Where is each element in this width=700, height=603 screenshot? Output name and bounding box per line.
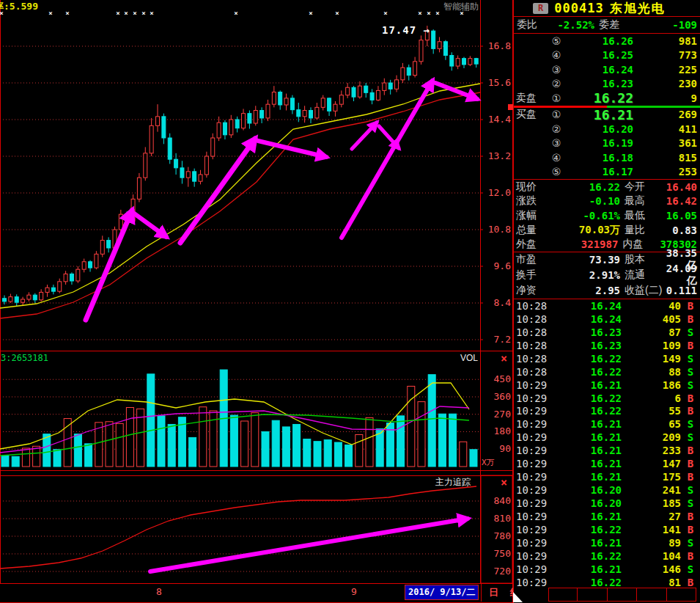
- trade-side: B: [681, 471, 700, 483]
- stat-value: -0.61%: [550, 210, 620, 222]
- stock-titlebar[interactable]: R 000413 东旭光电: [514, 0, 700, 17]
- trade-price: 16.21: [554, 431, 622, 443]
- trade-time: 10:29: [514, 392, 554, 404]
- ask-row[interactable]: ⑤16.26981: [514, 34, 700, 48]
- volume-axis-label: 270: [480, 409, 511, 420]
- trade-volume: 146: [622, 563, 681, 575]
- stat-value: 16.22: [550, 181, 620, 193]
- bid-row[interactable]: 买盘①16.21269: [514, 108, 700, 123]
- tracker-axis-label: 810: [480, 513, 511, 524]
- trade-time: 10:29: [514, 577, 554, 588]
- stat-label: 最高: [620, 194, 663, 208]
- trade-time: 10:29: [514, 445, 554, 456]
- bid-row[interactable]: ②16.20411: [514, 122, 700, 136]
- current-date-box[interactable]: 2016/ 9/13/二: [405, 585, 479, 600]
- trade-volume: 87: [622, 326, 681, 338]
- trade-row: 10:2916.21209S: [514, 431, 700, 444]
- weibi-label: 委比: [514, 18, 537, 32]
- tab-cell[interactable]: [578, 588, 607, 602]
- signal-x-marker: ×: [234, 10, 237, 17]
- ask-row[interactable]: 卖盘①16.229: [514, 91, 700, 106]
- trade-price: 16.21: [554, 458, 622, 469]
- stat-value: 70.03万: [550, 224, 620, 237]
- trade-price: 16.22: [554, 405, 622, 417]
- vol-close-icon[interactable]: ×: [501, 354, 507, 363]
- book-level-num: ①: [547, 92, 566, 104]
- trade-time: 10:28: [514, 326, 554, 338]
- stats-section: 现价16.22今开16.40涨跌-0.10最高16.42涨幅-0.61%最低16…: [514, 180, 700, 252]
- tab-cell[interactable]: [667, 588, 696, 602]
- volume-axis-label: 360: [480, 391, 511, 402]
- trade-price: 16.21: [554, 379, 622, 391]
- tracker-title: 主力追踪: [435, 476, 471, 489]
- indicator-readout: 率:5.599: [0, 0, 38, 13]
- xaxis-tick-sep: 9: [351, 586, 357, 597]
- annotation-arrow: [258, 141, 326, 157]
- chart-canvas[interactable]: ××××××××××××××××: [0, 0, 513, 603]
- tracker-close-icon[interactable]: ×: [501, 478, 507, 487]
- quote-panel: R 000413 东旭光电 委比 -2.52% 委差 -109 ⑤16.2698…: [513, 0, 700, 603]
- bid-row[interactable]: ④16.18815: [514, 150, 700, 165]
- bid-row[interactable]: ⑤16.17253: [514, 165, 700, 180]
- scroll-corner-icon[interactable]: [513, 592, 523, 602]
- trade-row: 10:2816.2288S: [514, 365, 700, 379]
- trade-volume: 104: [622, 550, 681, 562]
- trade-time: 10:29: [514, 431, 554, 443]
- book-side-label: 卖盘: [514, 92, 547, 105]
- trade-row: 10:2916.21233B: [514, 444, 700, 457]
- trade-row: 10:2816.22149S: [514, 352, 700, 365]
- book-level-num: ①: [547, 109, 566, 120]
- tab-cell[interactable]: [548, 588, 578, 602]
- tab-cell[interactable]: [637, 588, 666, 602]
- trade-price: 16.22: [554, 392, 622, 404]
- ask-row[interactable]: ③16.24225: [514, 62, 700, 77]
- trade-side: S: [681, 366, 700, 378]
- stat-value: 16.05: [663, 210, 700, 222]
- stat-label: 换手: [514, 268, 550, 282]
- book-side-label: 买盘: [514, 108, 547, 121]
- price-axis-label: 10.8: [480, 224, 511, 235]
- tracker-axis-label: 750: [480, 548, 511, 559]
- trade-side: B: [681, 313, 700, 325]
- book-level-num: ⑤: [547, 35, 566, 47]
- trade-row: 10:2916.2165S: [514, 417, 700, 431]
- trade-price: 16.24: [554, 313, 622, 325]
- trade-side: B: [681, 458, 700, 469]
- trade-side: S: [681, 497, 700, 509]
- trade-time: 10:29: [514, 511, 554, 522]
- signal-x-marker: ×: [116, 10, 119, 17]
- trade-volume: 241: [622, 484, 681, 496]
- trade-row: 10:2916.21175B: [514, 470, 700, 483]
- trade-volume: 55: [622, 405, 681, 417]
- bid-row[interactable]: ③16.19361: [514, 136, 700, 151]
- ask-row[interactable]: ②16.23230: [514, 77, 700, 92]
- book-level-num: ③: [547, 64, 566, 76]
- tab-cell[interactable]: [608, 588, 637, 602]
- rights-badge: R: [533, 3, 548, 14]
- trade-volume: 185: [622, 497, 681, 509]
- trade-volume: 405: [622, 313, 681, 325]
- book-price: 16.23: [566, 78, 633, 89]
- trade-time: 10:29: [514, 484, 554, 496]
- trade-row: 10:2916.226B: [514, 392, 700, 405]
- trade-row: 10:2916.20241S: [514, 483, 700, 497]
- price-axis-label: 7.2: [480, 334, 511, 345]
- stat-label: 外盘: [514, 238, 549, 251]
- trade-price: 16.21: [554, 418, 622, 430]
- book-level-num: ②: [547, 78, 566, 89]
- signal-x-marker: ×: [133, 10, 136, 17]
- trade-row: 10:2916.2255B: [514, 404, 700, 417]
- book-level-num: ④: [547, 49, 566, 61]
- vol-header-value: 3:2653181: [1, 353, 48, 363]
- trade-price: 16.21: [554, 537, 622, 549]
- ask-levels: ⑤16.26981④16.25773③16.24225②16.23230卖盘①1…: [514, 34, 700, 106]
- signal-x-marker: ×: [335, 10, 339, 17]
- tick-trades-list[interactable]: 10:2816.2440B10:2816.24405B10:2816.2387S…: [514, 299, 700, 589]
- book-volume: 411: [633, 123, 700, 135]
- trade-time: 10:29: [514, 471, 554, 483]
- stat-value: 321987: [549, 238, 618, 250]
- ask-row[interactable]: ④16.25773: [514, 48, 700, 63]
- trade-volume: 186: [622, 379, 681, 391]
- trade-side: B: [681, 445, 700, 456]
- trade-price: 16.21: [554, 471, 622, 483]
